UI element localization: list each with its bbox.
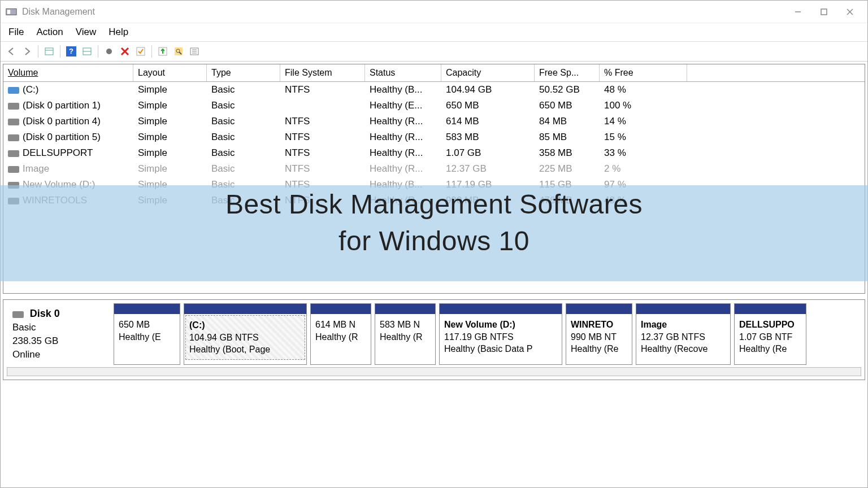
volume-rows: (C:)SimpleBasicNTFSHealthy (B...104.94 G… (3, 82, 865, 208)
window-title: Disk Management (22, 7, 785, 17)
volume-icon (8, 198, 19, 204)
col-freespace[interactable]: Free Sp... (535, 64, 600, 81)
up-icon[interactable] (155, 44, 170, 59)
volume-icon (8, 119, 19, 125)
col-capacity[interactable]: Capacity (441, 64, 535, 81)
list-icon[interactable] (42, 44, 57, 59)
delete-icon[interactable] (118, 44, 132, 59)
table-row[interactable]: (Disk 0 partition 5)SimpleBasicNTFSHealt… (3, 129, 865, 145)
table-row[interactable]: DELLSUPPORTSimpleBasicNTFSHealthy (R...1… (3, 145, 865, 161)
volume-icon (8, 182, 19, 189)
table-row[interactable]: (Disk 0 partition 1)SimpleBasicHealthy (… (3, 98, 865, 114)
svg-text:?: ? (69, 47, 73, 55)
col-layout[interactable]: Layout (133, 64, 207, 81)
check-icon[interactable] (133, 44, 148, 59)
menu-file[interactable]: File (8, 27, 24, 38)
col-type[interactable]: Type (207, 64, 280, 81)
window-controls (785, 3, 863, 21)
partition-block[interactable]: 583 MB NHealthy (R (375, 303, 436, 365)
volume-icon (8, 166, 19, 173)
table-row[interactable]: WINRETOOLSSimpleBasicNTFSHealthy (R...99… (3, 193, 865, 208)
disk-graphical-pane: Disk 0 Basic 238.35 GB Online 650 MBHeal… (3, 299, 865, 380)
back-icon[interactable] (4, 44, 19, 59)
volume-table-header: Volume Layout Type File System Status Ca… (3, 64, 865, 82)
disk-name: Disk 0 (30, 308, 60, 319)
table-row[interactable]: ImageSimpleBasicNTFSHealthy (R...12.37 G… (3, 161, 865, 177)
volume-table: Volume Layout Type File System Status Ca… (3, 64, 865, 294)
maximize-button[interactable] (811, 3, 837, 21)
volume-icon (8, 134, 19, 141)
menubar: File Action View Help (1, 23, 867, 42)
col-status[interactable]: Status (365, 64, 441, 81)
app-window: Disk Management File Action View Help ? … (0, 0, 868, 488)
svg-rect-6 (45, 48, 53, 55)
col-percentfree[interactable]: % Free (600, 64, 687, 81)
disk-size: 238.35 GB (12, 336, 58, 346)
partition-block[interactable]: (C:)104.94 GB NTFSHealthy (Boot, Page (184, 303, 307, 365)
settings-icon[interactable] (102, 44, 116, 59)
partition-block[interactable]: DELLSUPPO1.07 GB NTFHealthy (Re (734, 303, 806, 365)
col-filesystem[interactable]: File System (280, 64, 365, 81)
forward-icon[interactable] (20, 44, 34, 59)
volume-icon (8, 87, 19, 94)
disk-type: Basic (12, 322, 36, 333)
help-icon[interactable]: ? (64, 44, 79, 59)
volume-icon (8, 103, 19, 110)
table-row[interactable]: (C:)SimpleBasicNTFSHealthy (B...104.94 G… (3, 82, 865, 98)
disk-partitions: 650 MBHealthy (E(C:)104.94 GB NTFSHealth… (114, 303, 861, 365)
col-volume[interactable]: Volume (3, 64, 133, 81)
close-button[interactable] (837, 3, 863, 21)
disk-row: Disk 0 Basic 238.35 GB Online 650 MBHeal… (7, 303, 861, 365)
toolbar: ? (1, 42, 867, 62)
menu-action[interactable]: Action (36, 27, 63, 38)
table-row[interactable]: (Disk 0 partition 4)SimpleBasicNTFSHealt… (3, 114, 865, 129)
svg-rect-1 (7, 10, 11, 14)
disk-label[interactable]: Disk 0 Basic 238.35 GB Online (7, 303, 111, 365)
app-icon (5, 6, 18, 18)
detail-icon[interactable] (80, 44, 94, 59)
partition-block[interactable]: 650 MBHealthy (E (114, 303, 180, 365)
partition-block[interactable]: New Volume (D:)117.19 GB NTFSHealthy (Ba… (439, 303, 562, 365)
disk-icon (12, 308, 27, 319)
horizontal-scrollbar[interactable] (7, 367, 861, 376)
properties-icon[interactable] (187, 44, 202, 59)
partition-block[interactable]: WINRETO990 MB NTHealthy (Re (566, 303, 632, 365)
volume-icon (8, 150, 19, 157)
svg-rect-3 (821, 9, 827, 15)
titlebar: Disk Management (1, 1, 867, 23)
partition-block[interactable]: 614 MB NHealthy (R (310, 303, 371, 365)
svg-point-12 (106, 49, 112, 54)
menu-help[interactable]: Help (108, 27, 128, 38)
menu-view[interactable]: View (76, 27, 97, 38)
disk-state: Online (12, 349, 40, 360)
partition-block[interactable]: Image12.37 GB NTFSHealthy (Recove (636, 303, 731, 365)
table-row[interactable]: New Volume (D:)SimpleBasicNTFSHealthy (B… (3, 177, 865, 193)
minimize-button[interactable] (785, 3, 811, 21)
search-icon[interactable] (171, 44, 186, 59)
